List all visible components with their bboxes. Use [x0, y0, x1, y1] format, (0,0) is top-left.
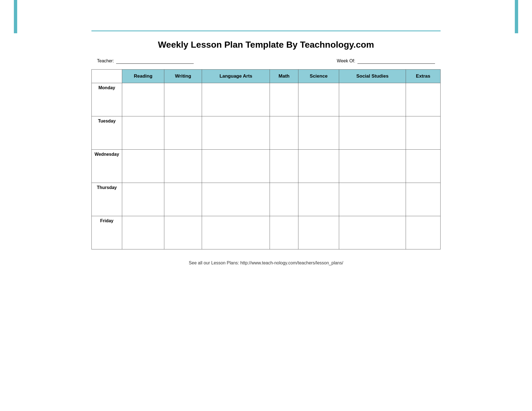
thursday-reading[interactable] [122, 183, 164, 216]
friday-writing[interactable] [164, 216, 202, 249]
table-row: Monday [92, 83, 441, 116]
header-extras: Extras [406, 70, 441, 83]
friday-language-arts[interactable] [202, 216, 270, 249]
page-container: Weekly Lesson Plan Template By Teachnolo… [91, 0, 441, 271]
tuesday-social-studies[interactable] [339, 116, 406, 150]
thursday-writing[interactable] [164, 183, 202, 216]
tuesday-reading[interactable] [122, 116, 164, 150]
monday-extras[interactable] [406, 83, 441, 116]
header-language-arts: Language Arts [202, 70, 270, 83]
thursday-extras[interactable] [406, 183, 441, 216]
friday-science[interactable] [298, 216, 339, 249]
lesson-plan-table: Reading Writing Language Arts Math Scien… [91, 69, 441, 249]
week-label: Week Of: [337, 58, 355, 63]
header-math: Math [270, 70, 298, 83]
teacher-input-line[interactable] [116, 58, 194, 64]
right-border-bar [515, 0, 518, 33]
header-empty [92, 70, 122, 83]
friday-reading[interactable] [122, 216, 164, 249]
header-reading: Reading [122, 70, 164, 83]
wednesday-reading[interactable] [122, 150, 164, 183]
table-row: Tuesday [92, 116, 441, 150]
table-row: Friday [92, 216, 441, 249]
header-social-studies: Social Studies [339, 70, 406, 83]
monday-language-arts[interactable] [202, 83, 270, 116]
page-title: Weekly Lesson Plan Template By Teachnolo… [91, 40, 441, 50]
tuesday-writing[interactable] [164, 116, 202, 150]
day-tuesday: Tuesday [92, 116, 122, 150]
monday-math[interactable] [270, 83, 298, 116]
monday-social-studies[interactable] [339, 83, 406, 116]
teacher-field: Teacher: [97, 58, 194, 64]
title-section: Weekly Lesson Plan Template By Teachnolo… [91, 31, 441, 55]
meta-row: Teacher: Week Of: [91, 55, 441, 69]
wednesday-extras[interactable] [406, 150, 441, 183]
thursday-science[interactable] [298, 183, 339, 216]
table-header-row: Reading Writing Language Arts Math Scien… [92, 70, 441, 83]
wednesday-math[interactable] [270, 150, 298, 183]
tuesday-language-arts[interactable] [202, 116, 270, 150]
day-wednesday: Wednesday [92, 150, 122, 183]
thursday-language-arts[interactable] [202, 183, 270, 216]
teacher-label: Teacher: [97, 58, 114, 63]
footer: See all our Lesson Plans: http://www.tea… [91, 261, 441, 266]
table-row: Thursday [92, 183, 441, 216]
wednesday-science[interactable] [298, 150, 339, 183]
week-field: Week Of: [337, 58, 435, 64]
wednesday-writing[interactable] [164, 150, 202, 183]
monday-reading[interactable] [122, 83, 164, 116]
tuesday-extras[interactable] [406, 116, 441, 150]
monday-writing[interactable] [164, 83, 202, 116]
monday-science[interactable] [298, 83, 339, 116]
tuesday-math[interactable] [270, 116, 298, 150]
header-writing: Writing [164, 70, 202, 83]
wednesday-social-studies[interactable] [339, 150, 406, 183]
friday-math[interactable] [270, 216, 298, 249]
header-science: Science [298, 70, 339, 83]
thursday-social-studies[interactable] [339, 183, 406, 216]
left-border-bar [14, 0, 17, 33]
thursday-math[interactable] [270, 183, 298, 216]
footer-text: See all our Lesson Plans: http://www.tea… [189, 261, 343, 265]
day-thursday: Thursday [92, 183, 122, 216]
week-input-line[interactable] [357, 58, 435, 64]
table-row: Wednesday [92, 150, 441, 183]
day-monday: Monday [92, 83, 122, 116]
friday-extras[interactable] [406, 216, 441, 249]
wednesday-language-arts[interactable] [202, 150, 270, 183]
tuesday-science[interactable] [298, 116, 339, 150]
friday-social-studies[interactable] [339, 216, 406, 249]
day-friday: Friday [92, 216, 122, 249]
